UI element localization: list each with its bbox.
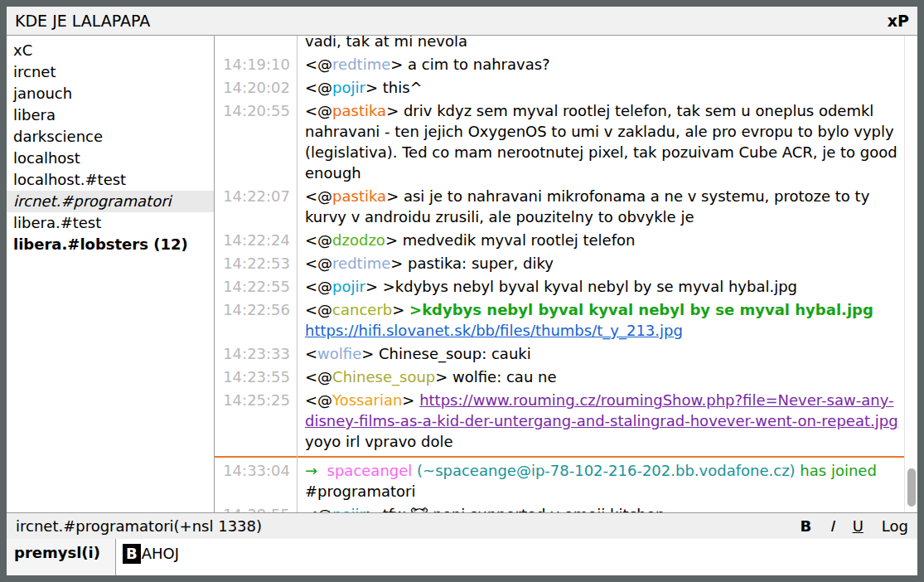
message-input-text: AHOJ [142, 544, 179, 564]
message-text: <@ [305, 506, 332, 512]
sidebar-item-ircnet[interactable]: ircnet [7, 61, 214, 83]
chat-message-row: 14:23:33<wolfie> Chinese_soup: cauki [215, 343, 905, 364]
message-body: <@cancerb> >kdybys nebyl byval kyval neb… [297, 299, 905, 341]
message-body: <@pojir> tfw 🐮 neni supported v emoji ki… [297, 504, 905, 512]
nick-spaceangel: spaceangel [327, 462, 413, 479]
nick-chinese-soup: Chinese_soup [332, 368, 435, 386]
sidebar-item-janouch[interactable]: janouch [7, 83, 214, 104]
message-text: > tfw 🐮 neni supported v emoji kitchen [365, 506, 665, 512]
chat-message-row: 14:38:55<@pojir> tfw 🐮 neni supported v … [215, 504, 905, 512]
nick-redtime: redtime [332, 255, 390, 272]
unread-marker-line [215, 456, 905, 458]
message-text: <@ [305, 102, 332, 119]
sidebar-item-libera.#test[interactable]: libera.#test [7, 212, 214, 234]
timestamp: 14:22:24 [215, 230, 297, 250]
message-text: <@ [305, 79, 332, 96]
chat-scrollbar[interactable] [904, 36, 917, 512]
format-button-b[interactable]: B [801, 517, 812, 535]
chat-message-row: 14:33:04 → spaceangel (~spaceange@ip-78-… [215, 460, 905, 502]
nick-pojir: pojir [332, 278, 365, 295]
chat-message-row: 14:22:55<@pojir> >kdybys nebyl byval kyv… [215, 276, 905, 297]
timestamp: 14:22:07 [215, 186, 297, 227]
message-body: <@redtime> pastika: super, diky [297, 253, 905, 274]
sidebar-item-ircnet.#programatori[interactable]: ircnet.#programatori [7, 191, 214, 212]
message-text [317, 462, 327, 479]
message-text: < [305, 345, 317, 362]
message-text: yoyo irl vpravo dole [305, 433, 453, 450]
chat-message-row: vadi, tak at mi nevola [215, 36, 905, 51]
timestamp: 14:25:25 [215, 390, 297, 452]
sidebar-item-xc[interactable]: xC [7, 40, 214, 61]
message-body: <@Yossarian> https://www.rouming.cz/roum… [297, 390, 905, 452]
titlebar: KDE JE LALAPAPA xP [7, 7, 917, 36]
nick-dzodzo: dzodzo [332, 231, 385, 249]
sidebar-item-libera.#lobsters-12-[interactable]: libera.#lobsters (12) [7, 234, 214, 255]
message-text: <@ [305, 187, 332, 205]
message-text: <@ [305, 368, 332, 386]
sidebar-item-localhost[interactable]: localhost [7, 148, 214, 169]
timestamp: 14:19:10 [215, 54, 297, 75]
timestamp: 14:33:04 [215, 460, 297, 502]
message-list: vadi, tak at mi nevola14:19:10<@redtime>… [215, 36, 905, 512]
message-text: <@ [305, 231, 332, 249]
message-text: <@ [305, 278, 332, 295]
format-button-log[interactable]: Log [882, 517, 908, 535]
message-body: <@pojir> >kdybys nebyl byval kyval nebyl… [297, 276, 905, 297]
chat-message-row: 14:25:25<@Yossarian> https://www.rouming… [215, 390, 905, 452]
message-body: → spaceangel (~spaceange@ip-78-102-216-2… [297, 460, 905, 502]
message-link[interactable]: https://hifi.slovanet.sk/bb/files/thumbs… [305, 322, 683, 339]
message-text: <@ [305, 255, 332, 272]
timestamp: 14:22:53 [215, 253, 297, 274]
chat-scrollbar-thumb[interactable] [907, 468, 916, 507]
chat-message-row: 14:20:55<@pastika> driv kdyz sem myval r… [215, 100, 905, 183]
input-row: premysl(i) B AHOJ [7, 539, 917, 575]
message-body: <@Chinese_soup> wolfie: cau ne [297, 366, 905, 387]
timestamp: 14:23:33 [215, 343, 297, 364]
message-text: >kdybys nebyl byval kyval nebyl by se my… [409, 301, 873, 318]
message-body: vadi, tak at mi nevola [297, 36, 905, 51]
message-text: > wolfie: cau ne [435, 368, 556, 386]
nick-cancerb: cancerb [332, 301, 392, 318]
chat-area: vadi, tak at mi nevola14:19:10<@redtime>… [215, 36, 917, 512]
sidebar-item-darkscience[interactable]: darkscience [7, 126, 214, 148]
channel-list: xCircnetjanouchliberadarksciencelocalhos… [7, 36, 215, 512]
channel-status-text: ircnet.#programatori(+nsl 1338) [16, 517, 801, 535]
message-text: > [392, 301, 409, 318]
message-body: <@dzodzo> medvedik myval rootlej telefon [297, 230, 905, 250]
chat-message-row: 14:19:10<@redtime> a cim to nahravas? [215, 54, 905, 75]
chat-message-row: 14:22:07<@pastika> asi je to nahravani m… [215, 186, 905, 227]
message-text: > a cim to nahravas? [390, 56, 549, 73]
message-text: > >kdybys nebyl byval kyval nebyl by se … [365, 278, 797, 295]
message-text: (~spaceange@ip-78-102-216-202.bb.vodafon… [417, 462, 796, 479]
message-text: <@ [305, 391, 332, 409]
timestamp: 14:38:55 [215, 504, 297, 512]
message-body: <@pastika> asi je to nahravani mikrofona… [297, 186, 905, 227]
format-button-i[interactable]: I [830, 517, 834, 535]
nick-pastika: pastika [332, 102, 386, 119]
message-text: > medvedik myval rootlej telefon [385, 231, 636, 249]
chat-message-row: 14:20:02<@pojir> this^ [215, 77, 905, 98]
format-button-u[interactable]: U [853, 517, 864, 535]
message-text: > [402, 391, 419, 409]
message-text: > asi je to nahravani mikrofonama a ne v… [305, 187, 869, 226]
message-text: vadi, tak at mi nevola [305, 36, 467, 50]
bold-format-marker: B [123, 544, 141, 564]
nick-label: premysl(i) [7, 539, 116, 575]
message-body: <wolfie> Chinese_soup: cauki [297, 343, 905, 364]
message-text: > this^ [365, 79, 423, 96]
message-text: <@ [305, 301, 332, 318]
sidebar-item-libera[interactable]: libera [7, 104, 214, 126]
message-text: > pastika: super, diky [390, 255, 554, 272]
message-text: > Chinese_soup: cauki [361, 345, 531, 362]
message-input[interactable]: B AHOJ [116, 539, 917, 575]
message-body: <@pastika> driv kdyz sem myval rootlej t… [297, 100, 905, 183]
sidebar-item-localhost.#test[interactable]: localhost.#test [7, 169, 214, 191]
message-body: <@redtime> a cim to nahravas? [297, 54, 905, 75]
message-text: > driv kdyz sem myval rootlej telefon, t… [305, 102, 897, 182]
timestamp: 14:20:02 [215, 77, 297, 98]
message-body: <@pojir> this^ [297, 77, 905, 98]
nick-pojir: pojir [332, 506, 365, 512]
irc-client-window: KDE JE LALAPAPA xP xCircnetjanouchlibera… [0, 0, 924, 582]
message-text: <@ [305, 56, 332, 73]
titlebar-right-label[interactable]: xP [888, 12, 909, 30]
